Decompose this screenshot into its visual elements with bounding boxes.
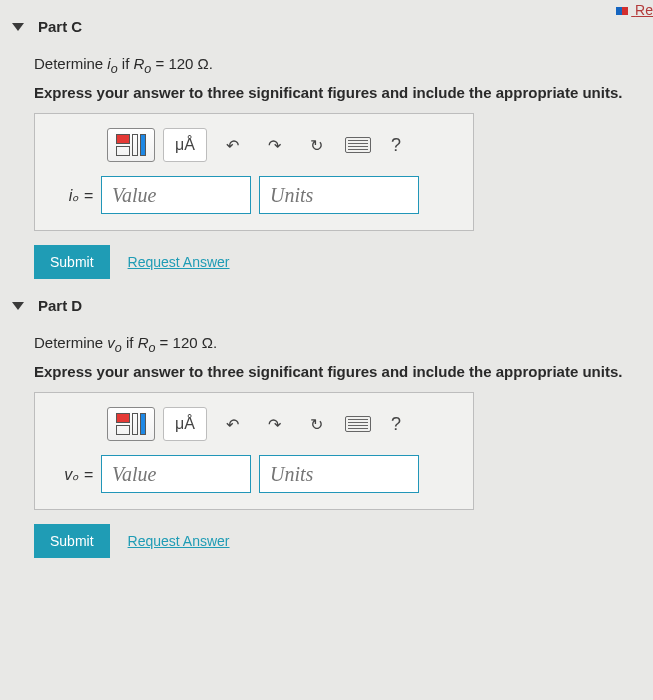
submit-button[interactable]: Submit [34, 245, 110, 279]
request-answer-link[interactable]: Request Answer [128, 533, 230, 549]
part-c-body: Determine io if Ro = 120 Ω. Express your… [12, 55, 653, 279]
part-c-prompt: Determine io if Ro = 120 Ω. [34, 55, 653, 76]
help-button[interactable]: ? [391, 135, 401, 156]
part-d-header: Part D [12, 297, 653, 314]
chevron-down-icon[interactable] [12, 302, 24, 310]
part-d-instruction: Express your answer to three significant… [34, 363, 653, 380]
part-c-var-label: iₒ = [49, 186, 93, 205]
units-input[interactable] [259, 455, 419, 493]
part-d-var-label: vₒ = [49, 465, 93, 484]
templates-button[interactable] [107, 128, 155, 162]
chevron-down-icon[interactable] [12, 23, 24, 31]
help-button[interactable]: ? [391, 414, 401, 435]
request-answer-link[interactable]: Request Answer [128, 254, 230, 270]
redo-icon[interactable]: ↷ [257, 128, 291, 162]
redo-icon[interactable]: ↷ [257, 407, 291, 441]
part-c: Part C Determine io if Ro = 120 Ω. Expre… [0, 18, 653, 279]
value-input[interactable] [101, 176, 251, 214]
units-menu-button[interactable]: μÅ [163, 128, 207, 162]
part-c-header: Part C [12, 18, 653, 35]
part-d-toolbar: μÅ ↶ ↷ ↻ ? [107, 407, 459, 441]
part-d-input-row: vₒ = [49, 455, 459, 493]
keyboard-icon[interactable] [341, 407, 375, 441]
keyboard-icon[interactable] [341, 128, 375, 162]
part-c-toolbar: μÅ ↶ ↷ ↻ ? [107, 128, 459, 162]
submit-button[interactable]: Submit [34, 524, 110, 558]
units-input[interactable] [259, 176, 419, 214]
part-c-input-row: iₒ = [49, 176, 459, 214]
reset-icon[interactable]: ↻ [299, 407, 333, 441]
top-right-link[interactable]: Re [616, 2, 653, 18]
flag-icon [616, 7, 628, 15]
part-d-title: Part D [38, 297, 82, 314]
top-right-label: Re [635, 2, 653, 18]
part-d-actions: Submit Request Answer [34, 524, 653, 558]
value-input[interactable] [101, 455, 251, 493]
units-menu-button[interactable]: μÅ [163, 407, 207, 441]
part-d-answer-box: μÅ ↶ ↷ ↻ ? vₒ = [34, 392, 474, 510]
undo-icon[interactable]: ↶ [215, 128, 249, 162]
undo-icon[interactable]: ↶ [215, 407, 249, 441]
part-c-title: Part C [38, 18, 82, 35]
reset-icon[interactable]: ↻ [299, 128, 333, 162]
part-d-prompt: Determine vo if Ro = 120 Ω. [34, 334, 653, 355]
part-c-answer-box: μÅ ↶ ↷ ↻ ? iₒ = [34, 113, 474, 231]
part-d: Part D Determine vo if Ro = 120 Ω. Expre… [0, 297, 653, 558]
part-c-instruction: Express your answer to three significant… [34, 84, 653, 101]
templates-button[interactable] [107, 407, 155, 441]
part-c-actions: Submit Request Answer [34, 245, 653, 279]
part-d-body: Determine vo if Ro = 120 Ω. Express your… [12, 334, 653, 558]
